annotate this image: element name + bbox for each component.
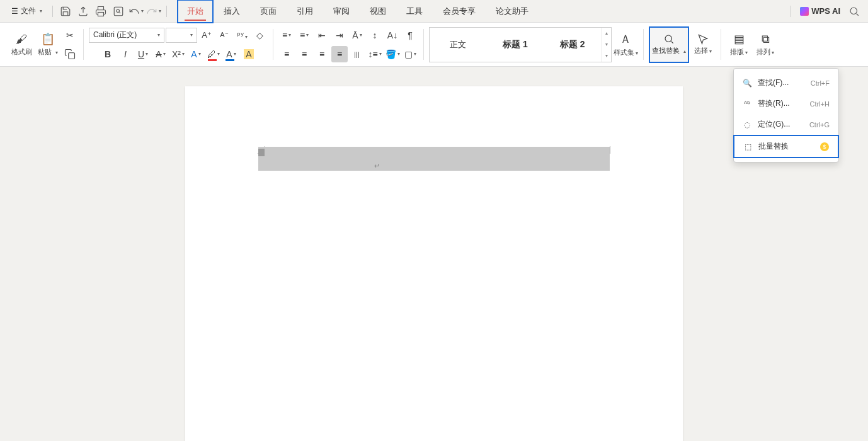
menu-find[interactable]: 🔍 查找(F)... Ctrl+F	[734, 72, 838, 93]
styles-gallery[interactable]: 正文 标题 1 标题 2 ▴ ▾ ▾	[429, 27, 612, 62]
tab-label: 引用	[297, 6, 313, 16]
wps-ai-button[interactable]: WPS AI	[800, 6, 840, 16]
tab-member[interactable]: 会员专享	[433, 0, 486, 23]
sort-icon: ↕	[373, 30, 377, 40]
cut-button[interactable]: ✂	[62, 27, 78, 43]
menu-goto[interactable]: ◌ 定位(G)... Ctrl+G	[734, 114, 838, 135]
tab-thesis[interactable]: 论文助手	[486, 0, 539, 23]
distribute-button[interactable]: ⫼	[349, 46, 365, 62]
print-icon	[95, 6, 106, 17]
find-replace-button[interactable]: 查找替换 ▴	[649, 26, 689, 63]
sort-button[interactable]: ↕	[367, 27, 383, 43]
bullets-icon: ≡	[282, 30, 287, 40]
char-scale-button[interactable]: Ā▾	[349, 27, 365, 43]
print-button[interactable]	[93, 4, 108, 19]
line-spacing-button[interactable]: ↕≡▾	[367, 46, 383, 62]
style-heading2[interactable]: 标题 2	[544, 39, 601, 50]
align-justify-button[interactable]: ≡	[331, 46, 348, 62]
format-painter-button[interactable]: 🖌 格式刷	[9, 26, 34, 63]
style-heading1[interactable]: 标题 1	[487, 39, 544, 50]
indent-button[interactable]: ⇥	[331, 27, 348, 43]
chevron-down-icon: ▾	[40, 8, 42, 14]
group-separator	[423, 29, 424, 60]
bullets-button[interactable]: ≡▾	[278, 27, 295, 43]
divider	[791, 6, 791, 17]
layout-button[interactable]: ▤ 排版▾	[726, 26, 751, 63]
font-color-button[interactable]: A▾	[223, 46, 239, 62]
save-icon	[60, 6, 71, 17]
style-body[interactable]: 正文	[430, 39, 487, 50]
paste-label: 粘贴 ▾	[38, 47, 57, 57]
shrink-font-button[interactable]: A⁻	[216, 27, 232, 43]
tab-label: 视图	[370, 6, 386, 16]
bold-button[interactable]: B	[100, 46, 116, 62]
text-selection	[258, 147, 610, 171]
underline-button[interactable]: U▾	[135, 46, 151, 62]
style-set-button[interactable]: Ａ 样式集▾	[613, 26, 638, 63]
copy-button[interactable]	[62, 46, 78, 62]
redo-button[interactable]: ▾	[146, 4, 161, 19]
style-scroll-up[interactable]: ▴	[602, 28, 611, 39]
align-center-icon: ≡	[302, 49, 307, 59]
global-search-button[interactable]	[847, 4, 862, 19]
show-marks-button[interactable]: ¶	[402, 27, 418, 43]
tab-home[interactable]: 开始	[177, 0, 214, 23]
file-menu[interactable]: ☰ 文件 ▾	[6, 3, 47, 19]
highlight-button[interactable]: 🖊▾	[205, 46, 222, 62]
page[interactable]: ↵	[185, 86, 683, 441]
strikethrough-button[interactable]: A▾	[152, 46, 169, 62]
menu-batch-replace[interactable]: ⬚ 批量替换 $	[733, 135, 839, 158]
svg-point-3	[850, 8, 857, 14]
superscript-button[interactable]: X²▾	[170, 46, 186, 62]
tab-label: 开始	[187, 6, 203, 16]
tab-references[interactable]: 引用	[287, 0, 323, 23]
align-right-button[interactable]: ≡	[314, 46, 330, 62]
style-scrollers: ▴ ▾ ▾	[601, 28, 611, 62]
save-button[interactable]	[58, 4, 73, 19]
style-expand[interactable]: ▾	[602, 50, 611, 62]
fill-color-button[interactable]: 🪣▾	[384, 46, 401, 62]
paste-button[interactable]: 📋 粘贴 ▾	[35, 26, 60, 63]
align-center-button[interactable]: ≡	[296, 46, 312, 62]
font-name-select[interactable]: Calibri (正文) ▾	[89, 28, 164, 43]
clear-format-button[interactable]: ◇	[251, 27, 268, 43]
italic-icon: I	[124, 49, 127, 59]
distribute-icon: ⫼	[353, 49, 362, 59]
style-set-icon: Ａ	[620, 32, 631, 47]
italic-button[interactable]: I	[117, 46, 134, 62]
tab-view[interactable]: 视图	[360, 0, 396, 23]
group-layout: ▤ 排版▾ ⧉ 排列▾	[722, 25, 782, 64]
svg-point-2	[117, 9, 120, 13]
brush-icon: 🖌	[16, 33, 27, 46]
borders-button[interactable]: ▢▾	[402, 46, 418, 62]
direction-icon: A↓	[387, 30, 397, 40]
text-effects-button[interactable]: A▾	[188, 46, 204, 62]
menu-replace[interactable]: ᴬᵇ 替换(R)... Ctrl+H	[734, 93, 838, 114]
font-name-value: Calibri (正文)	[93, 30, 137, 40]
phonetic-button[interactable]: ᵖʸ▾	[234, 27, 250, 43]
export-button[interactable]	[76, 4, 91, 19]
menu-label: 批量替换	[758, 141, 814, 152]
arrange-button[interactable]: ⧉ 排列▾	[753, 26, 778, 63]
font-size-select[interactable]: ▾	[166, 28, 197, 43]
undo-icon	[128, 6, 140, 17]
align-left-button[interactable]: ≡	[278, 46, 295, 62]
numbering-button[interactable]: ≡▾	[296, 27, 312, 43]
undo-button[interactable]: ▾	[128, 4, 144, 19]
tab-label: 审阅	[333, 6, 350, 16]
style-scroll-down[interactable]: ▾	[602, 39, 611, 50]
select-button[interactable]: 选择▾	[690, 26, 716, 63]
tab-tools[interactable]: 工具	[396, 0, 433, 23]
tab-page[interactable]: 页面	[250, 0, 287, 23]
shading-button[interactable]: A	[241, 46, 257, 62]
print-preview-button[interactable]	[111, 4, 126, 19]
ribbon-tabs: 开始 插入 页面 引用 审阅 视图 工具 会员专享 论文助手	[177, 0, 539, 23]
outdent-button[interactable]: ⇤	[314, 27, 330, 43]
divider	[166, 6, 167, 17]
tab-review[interactable]: 审阅	[323, 0, 360, 23]
grow-font-button[interactable]: A⁺	[198, 27, 215, 43]
menu-bar: ☰ 文件 ▾ ▾ ▾ 开始 插入 页面 引用 审阅 视图 工具 会员专享 论文助…	[0, 0, 868, 23]
menu-label: 定位(G)...	[758, 119, 803, 130]
tab-insert[interactable]: 插入	[214, 0, 250, 23]
text-direction-button[interactable]: A↓	[384, 27, 401, 43]
